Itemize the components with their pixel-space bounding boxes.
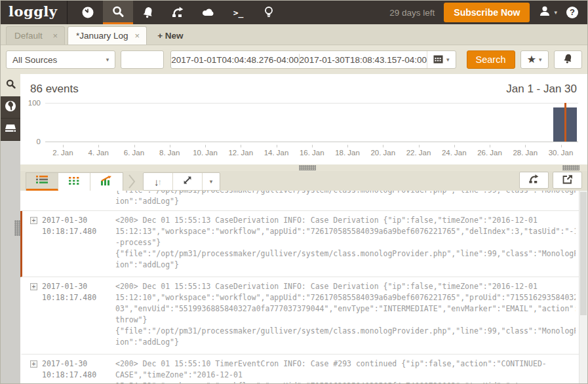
log-line: CASE","timeZone":"2016-12-01 xyxy=(115,370,576,381)
sort-order-button[interactable]: ↓↑ xyxy=(144,173,173,190)
log-line: 03","envUid":"5519936885840327a0fa777037… xyxy=(115,303,576,315)
search-bar: All Sources ▾ 2017-01-01T04:04:48.276-04… xyxy=(1,45,587,74)
terminal-icon: >_ xyxy=(233,8,244,18)
help-button[interactable]: ? xyxy=(566,7,578,18)
new-tab-button[interactable]: + New xyxy=(149,31,191,45)
alert-from-search-button[interactable] xyxy=(554,50,582,69)
log-entry-partial[interactable]: {"file":"/opt/pm31/processmaker/gulliver… xyxy=(20,191,587,211)
nav-search[interactable] xyxy=(103,1,133,24)
log-line: ion":"addLog"} xyxy=(115,196,576,207)
chevron-down-icon: ▾ xyxy=(210,178,213,185)
log-line: throw"} xyxy=(115,315,576,326)
star-icon: ★ xyxy=(527,54,536,65)
user-menu[interactable]: ▾ xyxy=(539,5,557,20)
close-icon[interactable]: × xyxy=(52,31,58,41)
events-count-title: 86 events xyxy=(30,83,79,96)
user-icon xyxy=(539,5,551,20)
x-tick xyxy=(134,145,135,147)
expand-row-icon[interactable]: + xyxy=(30,217,37,224)
sidebar-item-archive[interactable] xyxy=(1,119,20,141)
sidebar-drag-handle[interactable] xyxy=(14,220,20,236)
log-entry[interactable]: +2017-01-3010:18:17.480<200> Dec 01 15:5… xyxy=(20,211,587,277)
x-axis-label: 10. Jan xyxy=(193,149,218,157)
subscribe-now-button[interactable]: Subscribe Now xyxy=(444,3,530,22)
nav-terminal[interactable]: >_ xyxy=(224,1,254,24)
x-axis-label: 22. Jan xyxy=(406,149,431,157)
scrollbar-thumb[interactable] xyxy=(580,192,587,315)
x-axis-line: 0 xyxy=(45,142,578,142)
partial-msg: {"file":"/opt/pm31/processmaker/gulliver… xyxy=(115,191,576,207)
tab-label: Default xyxy=(14,31,43,41)
log-line: {"file":"/opt/pm31/processmaker/gulliver… xyxy=(115,191,576,196)
grid-view-button[interactable] xyxy=(58,173,90,191)
x-tick xyxy=(98,145,99,147)
left-sidebar xyxy=(1,74,20,383)
nav-alerts[interactable] xyxy=(133,1,163,24)
calendar-dropdown[interactable]: ▾ xyxy=(427,51,456,68)
result-actions: ↓↑ ▾ xyxy=(143,172,220,191)
expand-row-icon[interactable]: + xyxy=(30,283,37,290)
log-timestamp: 2017-01-3010:18:17.480 xyxy=(42,281,115,348)
x-tick xyxy=(561,145,562,147)
time-marker-line xyxy=(564,103,566,142)
date-to-value[interactable]: 2017-01-30T18:08:43.157-04:00 xyxy=(300,55,427,65)
sources-select[interactable]: All Sources ▾ xyxy=(6,50,115,69)
splitter-drag-handle[interactable] xyxy=(299,165,316,170)
x-tick xyxy=(419,145,420,147)
log-entry[interactable]: +2017-01-3010:18:17.480<200> Dec 01 15:5… xyxy=(20,277,587,355)
y-tick-label: 100 xyxy=(28,99,41,107)
x-tick xyxy=(63,145,64,147)
nav-insights[interactable] xyxy=(254,1,284,24)
expand-events-button[interactable] xyxy=(173,173,203,190)
log-entry[interactable]: +2017-01-3010:18:17.480<200> Dec 01 15:5… xyxy=(20,355,587,383)
search-button[interactable]: Search xyxy=(467,50,515,69)
expand-icon xyxy=(182,175,193,188)
bell-icon xyxy=(142,6,155,19)
x-tick xyxy=(205,145,206,147)
nav-source-setup[interactable] xyxy=(163,1,193,24)
log-message: <200> Dec 01 15:55:13 CaseDerivation INF… xyxy=(115,215,576,271)
log-timestamp: 2017-01-3010:18:17.480 xyxy=(42,215,115,271)
trends-view-button[interactable] xyxy=(90,173,123,191)
sidebar-item-map[interactable] xyxy=(1,96,20,119)
expand-row-icon[interactable]: + xyxy=(30,360,37,368)
gridline-100: 100 xyxy=(45,103,578,104)
loggly-logo: loggly xyxy=(1,1,68,24)
x-axis-label: 26. Jan xyxy=(477,149,502,157)
x-tick xyxy=(454,145,455,147)
nav-dashboards[interactable] xyxy=(73,1,103,24)
cloud-icon xyxy=(201,7,216,18)
tab-default[interactable]: Default × xyxy=(6,26,65,45)
add-to-dashboard-button[interactable] xyxy=(519,172,549,189)
vertical-scrollbar[interactable] xyxy=(579,191,587,383)
x-tick xyxy=(312,145,313,147)
date-range-control[interactable]: 2017-01-01T04:04:48.276-04:00 2017-01-30… xyxy=(170,50,456,69)
panel-splitter[interactable] xyxy=(20,164,587,171)
export-icon xyxy=(562,174,573,187)
workflow-icon xyxy=(171,6,186,19)
x-tick xyxy=(347,145,348,147)
more-options-dropdown[interactable]: ▾ xyxy=(203,173,220,190)
splitter-drag-handle[interactable] xyxy=(562,165,579,170)
trial-days-left: 29 days left xyxy=(389,8,435,18)
export-button[interactable] xyxy=(553,172,582,189)
chevron-down-icon: ▾ xyxy=(446,56,450,63)
trend-chart-icon xyxy=(100,176,113,188)
saved-searches-button[interactable]: ★ ▾ xyxy=(520,50,549,69)
bell-icon xyxy=(562,53,574,66)
list-view-button[interactable] xyxy=(26,173,58,191)
close-icon[interactable]: × xyxy=(135,31,140,41)
log-timestamp: 2017-01-3010:18:17.480 xyxy=(42,358,115,383)
search-query-input[interactable] xyxy=(121,50,164,69)
x-axis-label: 20. Jan xyxy=(370,149,395,157)
date-from-value[interactable]: 2017-01-01T04:04:48.276-04:00 xyxy=(171,55,298,65)
sidebar-item-search[interactable] xyxy=(1,74,20,96)
log-list: {"file":"/opt/pm31/processmaker/gulliver… xyxy=(20,191,587,383)
nav-source-groups[interactable] xyxy=(193,1,224,24)
spacer xyxy=(30,191,115,207)
chart-plot[interactable]: 100 0 xyxy=(45,103,578,142)
log-line: ion":"addLog"} xyxy=(115,259,576,271)
log-line: {"file":"/opt/pm31/processmaker/gulliver… xyxy=(115,248,576,259)
tab-january-log[interactable]: *January Log × xyxy=(68,26,147,45)
x-axis-label: 28. Jan xyxy=(513,149,538,157)
